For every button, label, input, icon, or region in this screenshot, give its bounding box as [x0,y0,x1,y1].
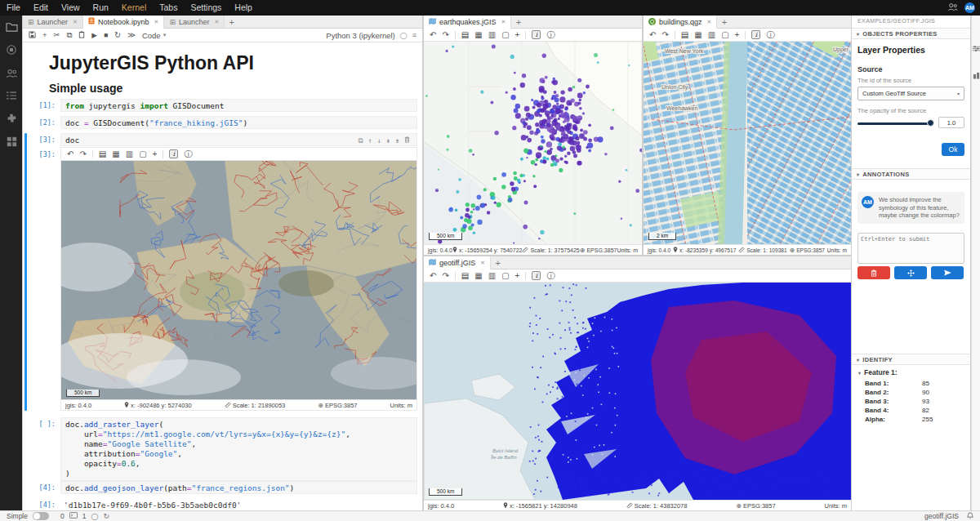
refresh-icon[interactable]: ↻ [103,512,109,520]
copy-cell-icon[interactable]: ⧉ [67,31,73,39]
layers-icon[interactable]: ▤ [99,150,106,158]
redo-icon[interactable]: ↷ [662,31,668,39]
annotation-input[interactable] [858,233,964,264]
file-browser-icon[interactable] [6,21,18,33]
buildings-map-canvas[interactable]: West New York Union City Weehawken Upper… [644,42,851,244]
stop-kernel-icon[interactable]: ■ [104,32,108,39]
new-tab-button[interactable]: + [717,16,731,28]
collaboration-icon[interactable] [6,68,18,80]
save-icon[interactable] [29,31,36,40]
restart-run-all-icon[interactable]: ≫ [127,31,136,39]
section-annotations[interactable]: ▾ ANNOTATIONS [852,168,970,180]
tab-buildings[interactable]: Q buildings.qgz ✕ [644,16,717,29]
menu-kernel[interactable]: Kernel [115,0,153,16]
property-inspector-tab-icon[interactable] [973,45,980,54]
menu-settings[interactable]: Settings [184,0,228,16]
opacity-slider[interactable] [858,122,933,125]
section-identify[interactable]: ▾ IDENTIFY [852,354,970,365]
info-icon[interactable]: ⓘ [546,31,555,39]
restart-kernel-icon[interactable]: ↻ [114,31,121,39]
buildings-tab-icon[interactable] [973,72,980,81]
current-file-label[interactable]: geotiff.jGIS [924,512,959,520]
tab-geotiff[interactable]: geotiff.jGIS ✕ [424,256,491,269]
identify-icon[interactable]: i [751,30,760,39]
terminals-count[interactable]: 0 [60,512,65,520]
paste-cell-icon[interactable] [78,31,85,40]
split-view-icon[interactable]: ▥ [126,150,133,158]
menu-help[interactable]: Help [228,0,259,16]
redo-icon[interactable]: ↷ [442,272,448,280]
split-view-icon[interactable]: ▥ [488,31,496,39]
undo-icon[interactable]: ↶ [430,31,436,39]
undo-icon[interactable]: ↶ [649,31,656,39]
info-icon[interactable]: ⓘ [184,150,192,158]
tab-launcher-1[interactable]: ⊞ Launcher ✕ [23,16,83,28]
code-cell-1[interactable]: from jupytergis import GISDocument [60,99,417,112]
basemap-icon[interactable]: ▦ [694,31,702,39]
code-cell-raster[interactable]: doc.add_raster_layer( url="https://mt1.g… [60,417,417,481]
opacity-value[interactable]: 1.0 [938,117,964,128]
new-tab-button[interactable]: + [511,16,525,28]
info-icon[interactable]: ⓘ [766,31,774,39]
identify-icon[interactable]: i [532,30,541,39]
extensions-icon[interactable] [6,113,17,126]
section-objects-properties[interactable]: ▾ OBJECTS PROPERTIES [852,28,970,39]
kernel-name[interactable]: Python 3 (ipykernel) [326,31,394,40]
menu-view[interactable]: View [55,0,87,16]
cell-type-select[interactable]: Code ▾ [142,31,166,40]
new-tab-button[interactable]: + [225,16,238,28]
redo-icon[interactable]: ↷ [79,150,86,158]
identify-icon[interactable]: i [532,271,541,280]
insert-below-icon[interactable]: ⇟ [395,136,399,145]
menu-run[interactable]: Run [87,0,115,16]
undo-icon[interactable]: ↶ [67,150,74,158]
close-icon[interactable]: ✕ [214,19,219,25]
split-view-icon[interactable]: ▥ [708,31,715,39]
close-icon[interactable]: ✕ [707,19,712,25]
add-layer-icon[interactable]: + [515,31,520,39]
apps-grid-icon[interactable] [7,136,17,149]
close-icon[interactable]: ✕ [154,19,159,25]
close-icon[interactable]: ✕ [480,260,485,266]
insert-above-icon[interactable]: ⇞ [386,136,390,145]
cut-cell-icon[interactable]: ✂ [54,31,60,39]
extent-icon[interactable]: ▢ [501,31,509,39]
menu-file[interactable]: File [0,0,27,16]
menu-tabs[interactable]: Tabs [153,0,184,16]
kernel-icon[interactable]: ◯ [91,513,98,520]
insert-cell-icon[interactable]: + [42,31,47,39]
delete-annotation-button[interactable] [858,266,890,279]
redo-icon[interactable]: ↷ [442,31,448,39]
layers-icon[interactable]: ▤ [461,272,469,280]
code-cell-3[interactable]: doc ⧉ ↑ ↓ ⇞ ⇟ [60,133,417,146]
basemap-icon[interactable]: ▦ [112,150,119,158]
layers-icon[interactable]: ▤ [681,31,688,39]
layers-icon[interactable]: ▤ [461,31,469,39]
menu-edit[interactable]: Edit [27,0,55,16]
ok-button[interactable]: Ok [942,143,964,156]
geotiff-map-canvas[interactable]: Bylot Island Île de Baffin 500 km [424,283,851,500]
split-view-icon[interactable]: ▥ [488,272,496,280]
add-layer-icon[interactable]: + [735,31,740,39]
run-cell-icon[interactable]: ▶ [91,32,97,39]
kernels-count[interactable]: 1 [82,512,87,520]
collaborators-icon[interactable] [947,2,958,13]
table-of-contents-icon[interactable] [6,91,17,102]
tab-launcher-2[interactable]: ⊞ Launcher ✕ [164,16,225,28]
extent-icon[interactable]: ▢ [139,150,146,158]
basemap-icon[interactable]: ▦ [474,31,482,39]
add-layer-icon[interactable]: + [153,150,158,158]
center-annotation-button[interactable] [894,266,927,279]
extent-icon[interactable]: ▢ [501,272,509,280]
france-map-canvas[interactable]: 500 km [61,161,416,401]
delete-cell-icon[interactable] [404,136,410,145]
close-icon[interactable]: ✕ [501,19,506,25]
duplicate-cell-icon[interactable]: ⧉ [358,136,363,145]
tab-notebook[interactable]: Notebook.ipynb ✕ [83,16,164,29]
identify-feature[interactable]: ▾ Feature 1: [858,368,898,376]
terminal-icon[interactable] [69,512,78,520]
bell-icon[interactable] [967,512,973,521]
undo-icon[interactable]: ↶ [430,272,436,280]
move-up-icon[interactable]: ↑ [368,136,372,145]
info-icon[interactable]: ⓘ [546,272,555,280]
